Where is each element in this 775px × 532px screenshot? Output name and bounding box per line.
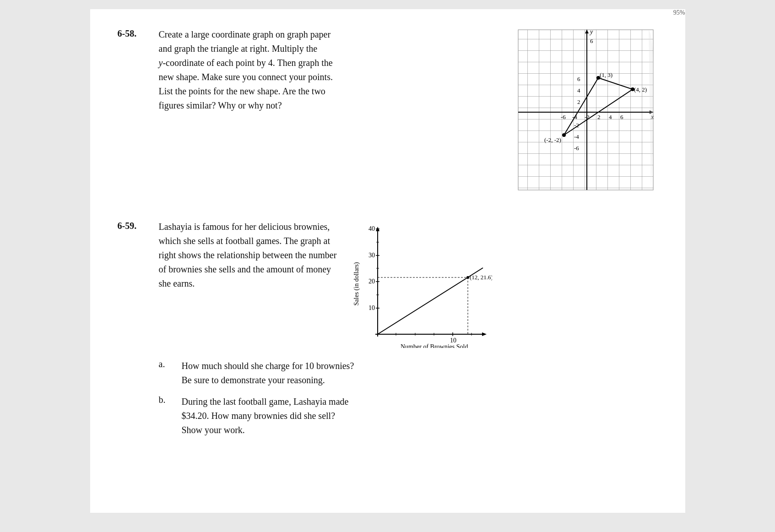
problem-658-line-5: List the points for the new shape. Are t… [159, 84, 502, 98]
svg-text:4: 4 [609, 114, 612, 120]
page: 95% 6-58. Create a large coordinate grap… [90, 9, 685, 513]
svg-text:20: 20 [369, 278, 375, 285]
coord-graph-svg: x y -6 -4 -2 2 4 6 4 6 2 -2 -4 -6 [516, 27, 658, 192]
svg-text:6: 6 [590, 38, 593, 44]
problem-659-text: Lashayia is famous for her delicious bro… [159, 220, 337, 291]
svg-text:-4: -4 [574, 133, 579, 140]
svg-marker-32 [482, 332, 487, 336]
svg-text:(-2, -2): (-2, -2) [544, 136, 561, 143]
sub-b-line-1: During the last football game, Lashayia … [182, 395, 349, 409]
svg-text:4: 4 [577, 87, 580, 94]
svg-text:30: 30 [369, 252, 375, 259]
svg-text:Sales (in dollars): Sales (in dollars) [353, 262, 360, 305]
problem-658-line-3: y-coordinate of each point by 4. Then gr… [159, 56, 502, 70]
svg-text:10: 10 [369, 304, 375, 311]
svg-text:10: 10 [450, 337, 456, 344]
percent-badge: 95% [673, 9, 685, 16]
svg-text:6: 6 [577, 76, 580, 82]
problem-658-line-6: figures similar? Why or why not? [159, 98, 502, 113]
sub-b-line-2: $34.20. How many brownies did she sell? [182, 409, 349, 423]
svg-text:2: 2 [597, 114, 601, 120]
svg-text:40: 40 [369, 225, 375, 232]
svg-text:(4, 2): (4, 2) [634, 86, 647, 93]
svg-text:y: y [589, 28, 593, 35]
problem-659-number: 6-59. [118, 220, 159, 231]
sub-a-line-2: Be sure to demonstrate your reasoning. [182, 373, 354, 387]
problem-659: 6-59. Lashayia is famous for her delicio… [118, 220, 658, 437]
sub-a-text: How much should she charge for 10 browni… [182, 359, 354, 387]
sub-b-line-3: Show your work. [182, 423, 349, 437]
problem-659-line-3: right shows the relationship between the… [159, 248, 337, 262]
svg-text:-6: -6 [561, 114, 566, 120]
svg-text:(12, 21.6): (12, 21.6) [470, 274, 492, 281]
problem-658-line-2: and graph the triangle at right. Multipl… [159, 42, 502, 56]
problem-659-line-5: she earns. [159, 277, 337, 291]
problem-658-line-1: Create a large coordinate graph on graph… [159, 27, 502, 42]
svg-rect-2 [518, 30, 653, 190]
problem-659-line-4: of brownies she sells and the amount of … [159, 262, 337, 277]
svg-text:6: 6 [620, 114, 623, 120]
sub-a-label: a. [159, 359, 182, 387]
problem-659-sub-a: a. How much should she charge for 10 bro… [159, 359, 354, 387]
problem-658-number: 6-58. [118, 27, 159, 39]
svg-text:2: 2 [577, 98, 580, 105]
brownie-graph: 10 20 30 40 10 [350, 220, 492, 348]
problem-658-line-4: new shape. Make sure you connect your po… [159, 70, 502, 84]
problem-659-sub-b: b. During the last football game, Lashay… [159, 395, 354, 437]
sub-b-label: b. [159, 395, 182, 437]
problem-659-line-2: which she sells at football games. The g… [159, 234, 337, 248]
svg-point-25 [562, 133, 566, 137]
svg-text:-6: -6 [574, 145, 579, 152]
problem-659-line-1: Lashayia is famous for her delicious bro… [159, 220, 337, 234]
problem-658-text: Create a large coordinate graph on graph… [159, 27, 502, 113]
svg-point-54 [466, 276, 469, 279]
svg-text:(1, 3): (1, 3) [600, 71, 612, 78]
sub-b-text: During the last football game, Lashayia … [182, 395, 349, 437]
sub-a-line-1: How much should she charge for 10 browni… [182, 359, 354, 373]
coordinate-graph: x y -6 -4 -2 2 4 6 4 6 2 -2 -4 -6 [516, 27, 658, 192]
x-axis-label: Number of Brownies Sold [401, 343, 468, 348]
problem-658: 6-58. Create a large coordinate graph on… [118, 27, 658, 192]
brownie-graph-svg: 10 20 30 40 10 [350, 220, 492, 348]
